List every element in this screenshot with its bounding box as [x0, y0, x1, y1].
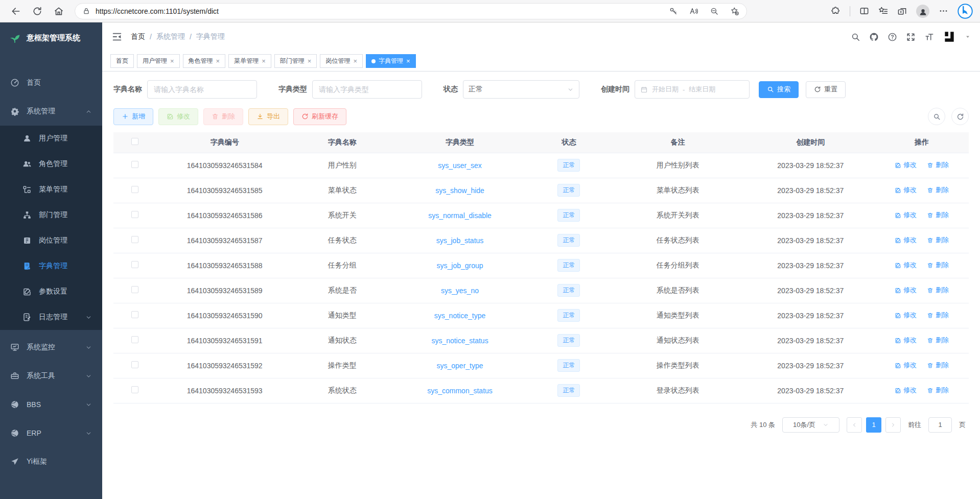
tab-post-management[interactable]: 岗位管理× — [320, 54, 363, 68]
sidebar-item-system-monitor[interactable]: 系统监控 — [0, 333, 102, 362]
export-button[interactable]: 导出 — [248, 108, 288, 125]
tab-menu-management[interactable]: 菜单管理× — [228, 54, 271, 68]
sidebar-item-dept-management[interactable]: 部门管理 — [0, 202, 102, 228]
sidebar-item-yi-framework[interactable]: Yi框架 — [0, 447, 102, 476]
close-icon[interactable]: × — [262, 58, 266, 64]
row-delete-link[interactable]: 删除 — [927, 260, 949, 270]
row-edit-link[interactable]: 修改 — [895, 386, 917, 395]
breadcrumb-home[interactable]: 首页 — [131, 32, 145, 41]
close-icon[interactable]: × — [216, 58, 220, 64]
sidebar-item-bbs[interactable]: BBS — [0, 390, 102, 419]
read-aloud-icon[interactable] — [689, 7, 698, 16]
row-checkbox[interactable] — [131, 186, 138, 193]
browser-refresh-button[interactable] — [29, 3, 46, 20]
user-logo-avatar[interactable] — [943, 30, 956, 43]
row-delete-link[interactable]: 删除 — [927, 336, 949, 345]
dict-type-link[interactable]: sys_yes_no — [441, 287, 479, 295]
show-search-toggle-button[interactable] — [928, 108, 945, 125]
row-delete-link[interactable]: 删除 — [927, 160, 949, 170]
split-screen-icon[interactable] — [859, 6, 869, 16]
row-edit-link[interactable]: 修改 — [895, 210, 917, 220]
reset-button[interactable]: 重置 — [806, 81, 846, 98]
dict-type-link[interactable]: sys_notice_status — [431, 337, 488, 345]
close-icon[interactable]: × — [308, 58, 312, 64]
row-delete-link[interactable]: 删除 — [927, 361, 949, 370]
row-checkbox[interactable] — [131, 261, 138, 268]
delete-button[interactable]: 删除 — [203, 108, 243, 125]
page-number-1[interactable]: 1 — [866, 417, 881, 433]
text-size-icon[interactable] — [924, 32, 934, 42]
collapse-sidebar-icon[interactable] — [111, 31, 123, 42]
row-checkbox[interactable] — [131, 161, 138, 168]
tab-dept-management[interactable]: 部门管理× — [274, 54, 317, 68]
next-page-button[interactable] — [885, 417, 901, 433]
row-delete-link[interactable]: 删除 — [927, 386, 949, 395]
dict-type-input[interactable] — [312, 80, 422, 99]
edit-button[interactable]: 修改 — [158, 108, 198, 125]
row-checkbox[interactable] — [131, 311, 138, 318]
refresh-table-button[interactable] — [951, 108, 969, 125]
close-icon[interactable]: × — [406, 58, 410, 64]
row-checkbox[interactable] — [131, 286, 138, 293]
extensions-icon[interactable] — [831, 6, 841, 16]
refresh-cache-button[interactable]: 刷新缓存 — [293, 108, 346, 125]
zoom-out-icon[interactable] — [710, 7, 719, 16]
address-bar[interactable]: https://ccnetcore.com:1101/system/dict — [75, 3, 747, 19]
sidebar-item-system-management[interactable]: 系统管理 — [0, 97, 102, 126]
dict-type-link[interactable]: sys_common_status — [427, 387, 493, 395]
row-edit-link[interactable]: 修改 — [895, 336, 917, 345]
row-delete-link[interactable]: 删除 — [927, 185, 949, 195]
dict-type-link[interactable]: sys_job_status — [436, 236, 484, 245]
row-checkbox[interactable] — [131, 361, 138, 368]
add-button[interactable]: 新增 — [113, 108, 153, 125]
search-button[interactable]: 搜索 — [759, 81, 799, 98]
tab-home[interactable]: 首页 — [110, 54, 134, 68]
favorites-icon[interactable] — [878, 6, 888, 16]
dict-type-link[interactable]: sys_notice_type — [434, 312, 485, 320]
more-menu-icon[interactable] — [939, 6, 948, 16]
tab-dict-management[interactable]: 字典管理× — [366, 54, 416, 68]
row-edit-link[interactable]: 修改 — [895, 286, 917, 295]
dict-type-link[interactable]: sys_user_sex — [438, 161, 482, 170]
caret-down-icon[interactable] — [965, 34, 971, 40]
tab-user-management[interactable]: 用户管理× — [137, 54, 180, 68]
sidebar-item-user-management[interactable]: 用户管理 — [0, 126, 102, 151]
row-checkbox[interactable] — [131, 236, 138, 243]
row-edit-link[interactable]: 修改 — [895, 361, 917, 370]
fullscreen-icon[interactable] — [906, 32, 916, 42]
row-edit-link[interactable]: 修改 — [895, 260, 917, 270]
dict-type-link[interactable]: sys_oper_type — [436, 362, 483, 370]
github-icon[interactable] — [869, 32, 879, 42]
sidebar-item-post-management[interactable]: 岗位管理 — [0, 228, 102, 253]
sidebar-item-dict-management[interactable]: 字典管理 — [0, 253, 102, 279]
date-range-picker[interactable]: 开始日期 - 结束日期 — [635, 80, 750, 99]
help-icon[interactable] — [888, 32, 897, 42]
dict-type-link[interactable]: sys_show_hide — [435, 186, 484, 195]
page-size-select[interactable]: 10条/页 — [782, 417, 839, 433]
row-edit-link[interactable]: 修改 — [895, 185, 917, 195]
close-icon[interactable]: × — [353, 58, 357, 64]
row-checkbox[interactable] — [131, 211, 138, 218]
sidebar-item-home[interactable]: 首页 — [0, 68, 102, 97]
dict-type-link[interactable]: sys_normal_disable — [428, 211, 492, 220]
row-edit-link[interactable]: 修改 — [895, 160, 917, 170]
sidebar-item-param-settings[interactable]: 参数设置 — [0, 279, 102, 304]
browser-back-button[interactable] — [7, 3, 25, 20]
sidebar-item-system-tools[interactable]: 系统工具 — [0, 362, 102, 390]
browser-profile-avatar[interactable] — [916, 5, 929, 18]
row-delete-link[interactable]: 删除 — [927, 286, 949, 295]
password-key-icon[interactable] — [669, 7, 678, 16]
tab-role-management[interactable]: 角色管理× — [183, 54, 226, 68]
header-search-icon[interactable] — [851, 32, 860, 42]
sidebar-item-role-management[interactable]: 角色管理 — [0, 151, 102, 177]
row-edit-link[interactable]: 修改 — [895, 311, 917, 320]
sidebar-item-log-management[interactable]: 日志管理 — [0, 304, 102, 330]
dict-type-link[interactable]: sys_job_group — [436, 262, 483, 270]
browser-home-button[interactable] — [50, 3, 67, 20]
dict-name-input[interactable] — [147, 80, 257, 99]
sidebar-item-erp[interactable]: ERP — [0, 419, 102, 447]
bing-chat-icon[interactable] — [958, 4, 973, 19]
collections-icon[interactable] — [897, 6, 907, 16]
status-select[interactable]: 正常 — [463, 80, 579, 99]
row-checkbox[interactable] — [131, 336, 138, 343]
